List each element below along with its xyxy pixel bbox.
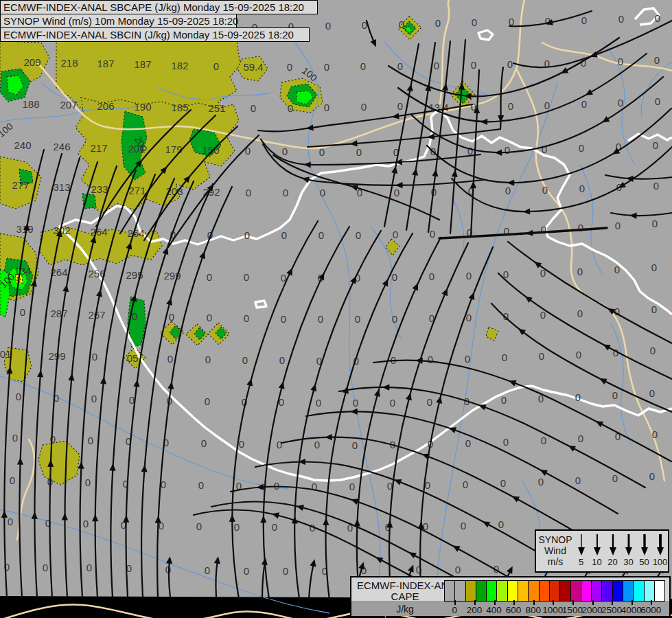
- map-value-label: 0: [612, 389, 618, 401]
- weather-map-app: 000000000000209218187187182059.400000000…: [0, 0, 672, 618]
- map-value-label: 0: [542, 184, 548, 196]
- map-value-label: 0: [314, 439, 320, 450]
- map-value-label: 0: [612, 472, 618, 484]
- cape-color-cell: [559, 580, 570, 602]
- map-value-label: 0: [244, 312, 249, 324]
- map-value-label: 0: [615, 220, 621, 231]
- map-value-label: 0: [282, 146, 288, 157]
- map-value-label: 0: [577, 266, 583, 277]
- map-value-label: 0: [91, 393, 97, 404]
- map-value-label: 0: [277, 439, 282, 450]
- map-value-label: 182: [171, 60, 188, 71]
- map-value-label: 0: [242, 354, 248, 366]
- map-value-label: 01: [0, 348, 11, 360]
- map-value-label: 0: [575, 474, 581, 486]
- cape-tick: [612, 600, 613, 605]
- map-value-label: 0: [581, 98, 587, 110]
- wind-scale-column: 5: [573, 533, 589, 567]
- wind-scale-column: 50: [636, 533, 652, 567]
- map-value-label: 0: [461, 520, 466, 531]
- map-value-label: 0: [466, 270, 472, 282]
- map-value-label: 0: [244, 271, 249, 283]
- map-value-label: 287: [50, 308, 67, 319]
- map-value-label: 0: [472, 16, 477, 28]
- cape-color-cell: [486, 580, 497, 602]
- map-value-label: 313: [53, 181, 70, 193]
- map-value-label: 134: [14, 265, 31, 277]
- map-value-label: 0: [349, 481, 355, 492]
- cape-color-cell: [465, 580, 476, 602]
- map-value-label: 0: [578, 433, 583, 444]
- wind-legend-scale: 510203050100: [573, 533, 668, 567]
- map-value-label: 0: [429, 271, 435, 282]
- map-value-label: 217: [90, 142, 107, 154]
- map-value-label: 187: [134, 58, 151, 70]
- cape-color-cell: [539, 580, 550, 602]
- map-value-label: 0: [425, 479, 430, 491]
- map-value-label: 0: [16, 391, 21, 402]
- map-value-label: 0: [318, 313, 323, 325]
- map-value-label: 0: [502, 352, 507, 363]
- map-value-label: 0: [578, 222, 583, 233]
- map-value-label: 0: [455, 564, 461, 575]
- map-value-label: 0: [397, 60, 403, 72]
- map-value-label: 0: [435, 17, 441, 29]
- cape-color-cell: [654, 580, 665, 602]
- map-value-label: 246: [53, 141, 70, 152]
- map-value-label: 0: [12, 432, 18, 444]
- map-value-label: 0: [538, 476, 544, 488]
- map-value-label: 0: [471, 59, 476, 71]
- map-value-label: 0: [655, 12, 660, 24]
- wind-legend-title: SYNOP: [536, 534, 575, 545]
- map-value-label: 0: [83, 518, 89, 529]
- cape-colorbar: [445, 580, 665, 602]
- cape-color-cell: [518, 580, 529, 602]
- map-value-label: 0: [652, 218, 658, 229]
- header-line-sbcin: ECMWF-INDEX-ANAL SBCIN (J/kg) Monday 15-…: [0, 27, 310, 42]
- map-value-label: 187: [97, 58, 114, 69]
- map-value-label: 0: [393, 229, 398, 240]
- map-value-label: 271: [128, 185, 146, 196]
- map-value-label: 0: [8, 516, 13, 527]
- wind-scale-column: 100: [652, 533, 668, 567]
- map-value-label: 0: [430, 228, 435, 240]
- map-value-label: 0: [463, 479, 468, 490]
- map-value-label: 0: [390, 397, 395, 409]
- map-value-label: 0: [319, 146, 325, 158]
- cape-legend-subtitle: CAPE: [357, 591, 453, 602]
- wind-speed-label: 10: [592, 557, 601, 567]
- map-value-label: 0: [132, 310, 137, 322]
- map-value-label: 0: [541, 224, 546, 236]
- map-value-label: 240: [14, 139, 31, 151]
- cape-color-cell: [549, 580, 560, 602]
- map-value-label: 0: [427, 396, 432, 408]
- header-line-wind: SYNOP Wind (m/s) 10m Monday 15-09-2025 1…: [0, 14, 237, 28]
- map-value-label: 0: [92, 351, 97, 363]
- cape-tick: [651, 600, 652, 605]
- wind-down-arrow-icon: [655, 533, 666, 556]
- map-value-label: 0: [246, 187, 251, 198]
- map-value-label: 0: [281, 229, 287, 241]
- map-value-label: 0: [201, 437, 207, 449]
- map-value-label: 0: [614, 264, 620, 275]
- map-value-label: 0: [244, 565, 249, 577]
- map-value-label: 0: [205, 354, 211, 365]
- map-value-label: 0: [541, 435, 546, 446]
- map-value-label: 0: [353, 397, 358, 409]
- map-value-label: 209: [23, 56, 40, 68]
- cape-color-cell: [581, 580, 592, 602]
- map-value-label: 0: [316, 397, 321, 409]
- map-value-label: 0: [653, 180, 659, 192]
- cape-color-cell: [454, 580, 465, 602]
- map-value-label: 188: [22, 98, 39, 110]
- wind-speed-label: 5: [579, 557, 583, 567]
- map-value-label: 0: [281, 313, 286, 325]
- map-value-label: 179: [165, 144, 182, 155]
- map-value-label: 0: [318, 229, 324, 241]
- wind-speed-label: 100: [653, 557, 668, 567]
- wind-down-arrow-icon: [623, 533, 634, 556]
- map-value-label: 0: [10, 474, 15, 486]
- map-value-label: 0: [577, 308, 583, 319]
- map-value-label: 190: [134, 101, 151, 113]
- map-value-label: 251: [208, 102, 225, 114]
